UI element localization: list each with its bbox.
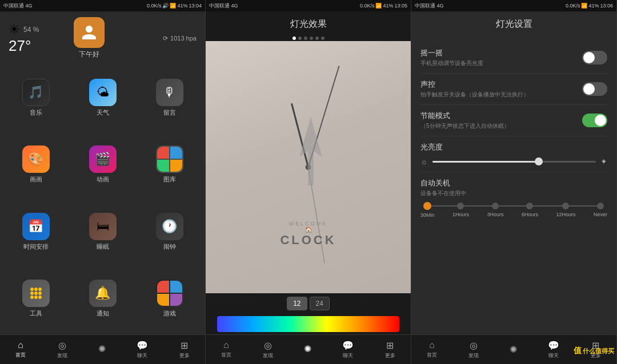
time-option-30min[interactable]: 30Min <box>420 202 435 218</box>
app-weather[interactable]: 🌤 天气 <box>70 65 135 131</box>
page-dot-1 <box>293 37 296 40</box>
svg-point-6 <box>30 296 34 299</box>
sleep-icon: 🛏 <box>89 213 117 240</box>
nav-home-label-3: 首页 <box>427 351 437 359</box>
clock-image-area: WELCOME 🏠 CLOCK <box>206 41 411 293</box>
nav-light-1[interactable]: ✺ <box>94 341 110 358</box>
dot-1hr <box>457 203 464 209</box>
time-format-12[interactable]: 12 <box>287 297 307 310</box>
panel3-content: 摇一摇 手机晃动调节设备亮光度 声控 拍手触发开关设备（设备播放中无法执行） 节… <box>411 37 616 334</box>
nav-chat-1[interactable]: 💬 聊天 <box>132 338 153 362</box>
watermark-text: 什么值得买 <box>583 347 614 355</box>
toggle-voice[interactable] <box>582 82 607 96</box>
dot-30min <box>423 202 431 210</box>
brightness-slider-row: ☼ ✦ <box>420 157 607 166</box>
nav-home-label-2: 首页 <box>221 351 231 359</box>
app-games[interactable]: 游戏 <box>137 266 202 331</box>
time-option-6hr[interactable]: 6Hours <box>522 203 538 217</box>
time-option-never[interactable]: Never <box>594 203 607 217</box>
wifi-icon-2: 📶 <box>375 3 382 9</box>
carrier-2: 中国联通 4G <box>209 2 238 10</box>
setting-voice-control: 声控 拍手触发开关设备（设备播放中无法执行） <box>420 74 607 105</box>
app-gallery[interactable]: 图库 <box>137 132 202 197</box>
panel-light-settings: 中国联通 4G 0.0K/s 📶 41% 13:06 灯光设置 摇一摇 手机晃动… <box>411 0 617 364</box>
time-option-3hr[interactable]: 3Hours <box>487 203 503 217</box>
brightness-slider[interactable] <box>432 161 596 163</box>
chat-icon-2: 💬 <box>342 340 354 351</box>
slider-thumb[interactable] <box>535 157 543 165</box>
panel3-title: 灯光设置 <box>496 18 532 30</box>
house-icon: 🏠 <box>280 227 336 233</box>
nav-home-3[interactable]: ⌂ 首页 <box>422 338 442 361</box>
time-3: 13:06 <box>600 3 613 9</box>
time-option-12hr[interactable]: 12Hours <box>556 203 575 217</box>
time-format-24[interactable]: 24 <box>310 297 330 310</box>
discover-icon: ◎ <box>58 340 66 351</box>
app-sleep[interactable]: 🛏 睡眠 <box>70 199 135 265</box>
home-icon: ⌂ <box>18 340 23 350</box>
user-icon <box>81 24 98 41</box>
nav-chat-2[interactable]: 💬 聊天 <box>338 338 358 362</box>
clock-text-label: CLOCK <box>280 233 336 248</box>
app-music[interactable]: 🎵 音乐 <box>3 65 69 131</box>
status-right-3: 0.0K/s 📶 41% 13:06 <box>566 3 613 9</box>
tools-icon <box>22 280 50 307</box>
status-left-2: 中国联通 4G <box>209 2 238 10</box>
animation-icon: 🎬 <box>89 145 117 173</box>
nav-discover-1[interactable]: ◎ 发现 <box>53 338 72 362</box>
status-left-1: 中国联通 4G <box>3 2 33 10</box>
weather-block: ☀ 54 % 27° <box>9 22 39 55</box>
panel-home: 中国联通 4G 0.0K/s 🔊 📶 41% 13:04 ☀ 54 % 27° <box>0 0 206 364</box>
svg-point-1 <box>34 288 38 291</box>
setting-eco: 节能模式 （5分钟无声状态下进入自动休眠） <box>420 105 607 136</box>
app-animation[interactable]: 🎬 动画 <box>70 132 135 197</box>
slider-fill <box>432 161 539 163</box>
page-dots <box>206 37 411 41</box>
time-1: 13:04 <box>189 3 202 9</box>
music-label: 音乐 <box>30 108 42 117</box>
animation-label: 动画 <box>97 175 109 184</box>
wifi-icon: 📶 <box>170 3 176 9</box>
toggle-eco-knob <box>595 115 606 126</box>
time-option-1hr[interactable]: 1Hours <box>452 203 469 217</box>
setting-eco-info: 节能模式 （5分钟无声状态下进入自动休眠） <box>420 111 582 130</box>
setting-voice-sub: 拍手触发开关设备（设备播放中无法执行） <box>420 91 582 99</box>
weather-app-icon: 🌤 <box>89 79 117 106</box>
nav-discover-2[interactable]: ◎ 发现 <box>258 338 278 362</box>
user-avatar[interactable] <box>74 17 105 48</box>
app-voice[interactable]: 🎙 留言 <box>137 65 202 131</box>
app-notify[interactable]: 🔔 通知 <box>70 266 135 331</box>
battery-3: 41% <box>588 3 599 9</box>
more-icon-1: ⊞ <box>181 340 188 351</box>
toggle-shake[interactable] <box>582 51 607 64</box>
nav-light-2[interactable]: ✺ <box>299 341 316 358</box>
app-tools[interactable]: 工具 <box>3 266 69 331</box>
nav-home-label-1: 首页 <box>15 351 26 359</box>
nav-more-1[interactable]: ⊞ 更多 <box>175 338 194 362</box>
label-6hr: 6Hours <box>522 212 538 217</box>
color-picker-bar[interactable] <box>217 316 399 332</box>
nav-home-2[interactable]: ⌂ 首页 <box>217 338 236 361</box>
nav-chat-label-2: 聊天 <box>343 352 353 359</box>
nav-light-3[interactable]: ✺ <box>505 342 522 357</box>
nav-home-1[interactable]: ⌂ 首页 <box>11 338 30 361</box>
bottom-nav-2: ⌂ 首页 ◎ 发现 ✺ 💬 聊天 ⊞ 更多 <box>206 334 411 364</box>
auto-off-sub: 设备备不在使用中 <box>420 189 607 197</box>
toggle-eco[interactable] <box>582 114 607 127</box>
bluetooth-icon: 🔊 <box>162 3 169 9</box>
page-dot-5 <box>315 37 319 40</box>
app-schedule[interactable]: 📅 时间安排 <box>3 199 69 265</box>
app-clock[interactable]: 🕐 闹钟 <box>137 199 202 265</box>
nav-discover-3[interactable]: ◎ 发现 <box>464 338 483 362</box>
nav-chat-3[interactable]: 💬 聊天 <box>543 338 564 362</box>
games-icon <box>156 280 183 307</box>
page-dot-4 <box>310 37 313 40</box>
bottom-nav-3: ⌂ 首页 ◎ 发现 ✺ 💬 聊天 ⊞ 更多 值 什么值得买 <box>411 334 616 364</box>
setting-shake-title: 摇一摇 <box>420 48 582 58</box>
home-icon-2: ⌂ <box>223 340 229 350</box>
nav-more-2[interactable]: ⊞ 更多 <box>380 338 400 362</box>
clock-label: 闹钟 <box>163 242 176 251</box>
weather-row: ☀ 54 % 27° 下午好 ⟳ 1013 hpa <box>0 11 205 62</box>
app-paint[interactable]: 🎨 画画 <box>3 132 69 197</box>
panel2-title: 灯光效果 <box>290 18 327 30</box>
